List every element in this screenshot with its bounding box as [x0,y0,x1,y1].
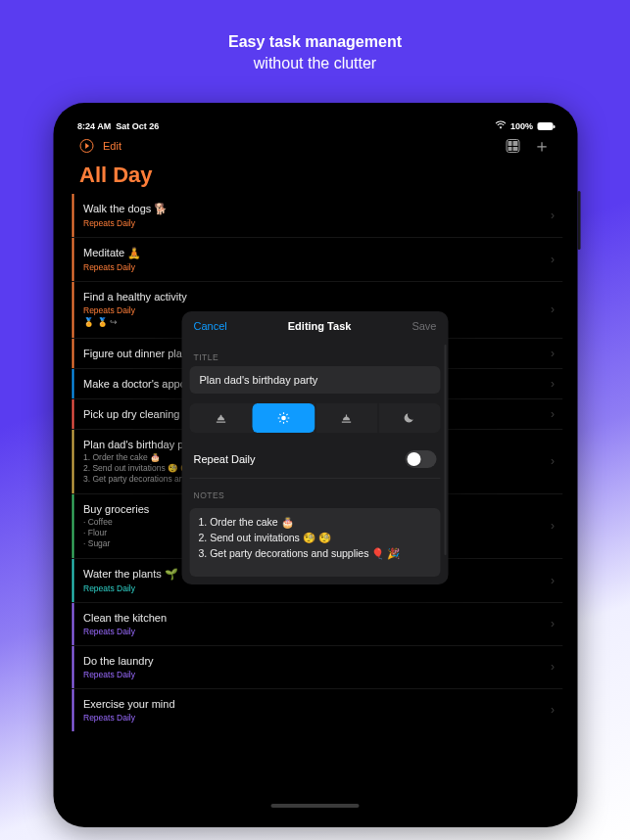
sunrise-icon [214,411,227,425]
task-row[interactable]: Do the laundryRepeats Daily› [72,646,562,688]
chevron-right-icon: › [551,253,555,266]
chevron-right-icon: › [551,377,555,391]
progress-ring-icon[interactable] [79,139,93,153]
edit-task-modal: Cancel Editing Task Save TITLE Plan dad'… [182,311,449,584]
chevron-right-icon: › [551,617,555,630]
home-indicator [271,804,360,808]
chevron-right-icon: › [551,519,555,533]
task-title: Do the laundry [83,655,549,667]
task-repeats-label: Repeats Daily [83,583,549,593]
modal-title: Editing Task [288,320,352,332]
task-title: Clean the kitchen [83,612,549,624]
cancel-button[interactable]: Cancel [194,320,227,332]
repeat-daily-toggle[interactable] [406,450,437,468]
section-label-title: TITLE [182,341,449,366]
svg-line-8 [279,421,280,422]
scrollbar[interactable] [445,345,447,555]
segment-moon[interactable] [377,403,440,433]
chevron-right-icon: › [551,660,555,674]
screen: 8:24 AM Sat Oct 26 100% [68,117,562,813]
nav-bar: Edit ＋ [68,131,562,157]
svg-line-6 [286,421,287,422]
marketing-subline: without the clutter [0,53,630,74]
chevron-right-icon: › [551,209,555,222]
chevron-right-icon: › [551,407,555,421]
sunset-icon [340,411,354,425]
task-row[interactable]: Exercise your mindRepeats Daily› [72,689,562,731]
task-title-input[interactable]: Plan dad's birthday party [190,366,441,394]
svg-line-5 [279,414,280,415]
time-of-day-segmented [190,403,441,433]
marketing-headline: Easy task management [0,31,630,53]
task-title: Meditate 🧘 [83,247,549,259]
repeat-daily-label: Repeat Daily [194,453,256,465]
notes-input[interactable]: 1. Order the cake 🎂 2. Send out invitati… [190,508,441,577]
task-row[interactable]: Walk the dogs 🐕Repeats Daily› [72,194,562,237]
chevron-right-icon: › [551,454,555,468]
wifi-icon [496,120,507,131]
moon-icon [403,411,416,425]
task-title: Find a healthy activity [83,291,549,303]
save-button[interactable]: Save [412,320,436,332]
task-repeats-label: Repeats Daily [83,670,549,679]
add-button[interactable]: ＋ [533,137,551,155]
task-row[interactable]: Clean the kitchenRepeats Daily› [72,603,562,645]
task-title: Exercise your mind [83,698,549,710]
segment-sunrise[interactable] [190,403,252,433]
marketing-copy: Easy task management without the clutter [0,31,630,74]
task-repeats-label: Repeats Daily [83,627,549,636]
repeat-daily-row: Repeat Daily [190,446,441,479]
section-label-notes: NOTES [182,479,449,504]
calendar-icon[interactable] [506,139,519,153]
battery-icon [537,122,553,130]
chevron-right-icon: › [551,574,555,587]
chevron-right-icon: › [551,703,555,717]
task-title: Walk the dogs 🐕 [83,203,549,215]
chevron-right-icon: › [551,347,555,360]
chevron-right-icon: › [551,303,555,316]
ipad-frame: 8:24 AM Sat Oct 26 100% [53,103,577,827]
battery-percent: 100% [510,121,533,131]
segment-sunset[interactable] [315,403,377,433]
sun-icon [276,411,290,425]
task-repeats-label: Repeats Daily [83,218,549,228]
task-repeats-label: Repeats Daily [83,713,549,723]
status-bar: 8:24 AM Sat Oct 26 100% [68,117,562,131]
svg-line-7 [286,414,287,415]
status-date: Sat Oct 26 [116,121,159,131]
page-title: All Day [68,157,562,194]
segment-sun[interactable] [252,403,315,433]
status-time: 8:24 AM [77,121,111,131]
edit-button[interactable]: Edit [103,140,121,152]
svg-point-0 [281,416,286,421]
task-row[interactable]: Meditate 🧘Repeats Daily› [72,238,562,281]
task-repeats-label: Repeats Daily [83,262,549,272]
